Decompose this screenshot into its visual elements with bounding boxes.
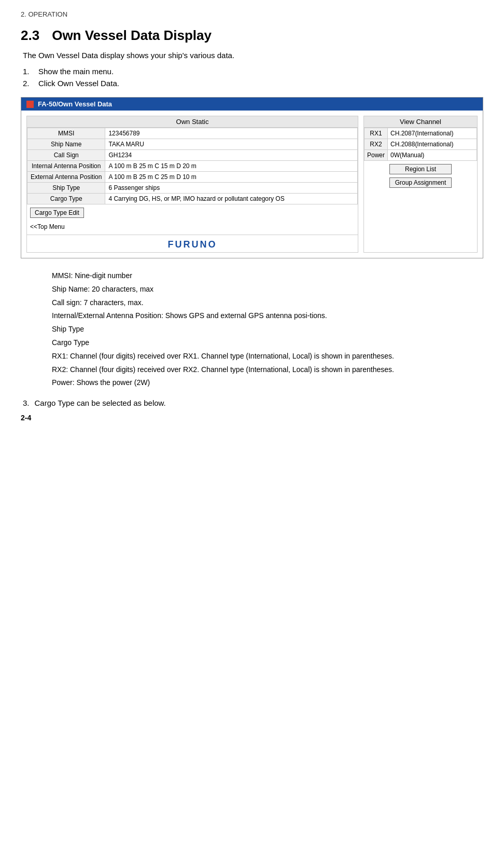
data-table: MMSI 123456789 Ship Name TAKA MARU Call … xyxy=(27,128,358,204)
furuno-logo: FURUNO xyxy=(27,235,358,252)
step-1-num: 1. xyxy=(23,67,33,76)
section-title: 2.3 Own Vessel Data Display xyxy=(21,28,483,44)
title-bar-icon xyxy=(26,101,34,108)
top-menu-container: <<Top Menu xyxy=(27,221,358,232)
section-intro: The Own Vessel Data display shows your s… xyxy=(23,51,483,60)
table-row: MMSI 123456789 xyxy=(27,128,358,139)
chapter-header: 2. OPERATION xyxy=(21,10,483,18)
page-number: 2-4 xyxy=(21,414,31,422)
group-assignment-button[interactable]: Group Assignment xyxy=(389,177,452,188)
ui-box: FA-50/Own Vessel Data Own Static MMSI 12… xyxy=(21,97,483,258)
table-row: Power 0W(Manual) xyxy=(365,150,477,161)
description-section: MMSI: Nine-digit number Ship Name: 20 ch… xyxy=(52,270,483,389)
label-ship-type: Ship Type xyxy=(27,183,105,194)
step-2-num: 2. xyxy=(23,79,33,88)
label-power: Power xyxy=(365,150,388,161)
table-row: Ship Type 6 Passenger ships xyxy=(27,183,358,194)
label-call-sign: Call Sign xyxy=(27,150,105,161)
label-rx1: RX1 xyxy=(365,128,388,139)
table-row: Ship Name TAKA MARU xyxy=(27,139,358,150)
right-panel-header: View Channel xyxy=(364,116,477,128)
desc-cargo-type: Cargo Type xyxy=(52,337,483,349)
section-number: 2.3 xyxy=(21,28,39,44)
step-2-text: Click Own Vessel Data. xyxy=(38,79,119,88)
table-row: RX1 CH.2087(International) xyxy=(365,128,477,139)
step-3-text: Cargo Type can be selected as below. xyxy=(35,399,166,407)
desc-call-sign: Call sign: 7 characters, max. xyxy=(52,297,483,309)
right-panel: View Channel RX1 CH.2087(International) … xyxy=(363,116,478,253)
ui-box-title: FA-50/Own Vessel Data xyxy=(38,100,112,108)
top-menu-link[interactable]: <<Top Menu xyxy=(27,221,68,232)
step-1: 1. Show the main menu. xyxy=(23,67,483,76)
bottom-steps: 3. Cargo Type can be selected as below. xyxy=(23,399,483,407)
table-row: RX2 CH.2088(International) xyxy=(365,139,477,150)
ui-box-content: Own Static MMSI 123456789 Ship Name TAKA… xyxy=(21,111,483,258)
desc-rx2: RX2: Channel (four digits) received over… xyxy=(52,364,483,376)
value-rx2: CH.2088(International) xyxy=(388,139,477,150)
step-3: 3. Cargo Type can be selected as below. xyxy=(23,399,483,407)
value-internal-antenna: A 100 m B 25 m C 15 m D 20 m xyxy=(105,161,358,172)
table-row: Cargo Type 4 Carrying DG, HS, or MP, IMO… xyxy=(27,194,358,204)
channel-table: RX1 CH.2087(International) RX2 CH.2088(I… xyxy=(364,128,477,161)
desc-ship-name: Ship Name: 20 characters, max xyxy=(52,283,483,296)
step-1-text: Show the main menu. xyxy=(38,67,114,76)
desc-antenna: Internal/External Antenna Position: Show… xyxy=(52,310,483,322)
value-mmsi: 123456789 xyxy=(105,128,358,139)
section-text: Own Vessel Data Display xyxy=(52,28,212,44)
table-row: External Antenna Position A 100 m B 25 m… xyxy=(27,172,358,183)
step-2: 2. Click Own Vessel Data. xyxy=(23,79,483,88)
value-power: 0W(Manual) xyxy=(388,150,477,161)
region-list-button[interactable]: Region List xyxy=(389,164,452,174)
label-cargo-type: Cargo Type xyxy=(27,194,105,204)
value-ship-name: TAKA MARU xyxy=(105,139,358,150)
value-cargo-type: 4 Carrying DG, HS, or MP, IMO hazard or … xyxy=(105,194,358,204)
left-panel: Own Static MMSI 123456789 Ship Name TAKA… xyxy=(26,116,358,253)
value-external-antenna: A 100 m B 25 m C 25 m D 10 m xyxy=(105,172,358,183)
step-3-num: 3. xyxy=(23,399,30,407)
table-row: Internal Antenna Position A 100 m B 25 m… xyxy=(27,161,358,172)
left-panel-header: Own Static xyxy=(27,116,358,128)
label-external-antenna: External Antenna Position xyxy=(27,172,105,183)
ui-box-title-bar: FA-50/Own Vessel Data xyxy=(21,98,483,111)
desc-ship-type: Ship Type xyxy=(52,323,483,336)
desc-rx1: RX1: Channel (four digits) received over… xyxy=(52,350,483,363)
steps-list: 1. Show the main menu. 2. Click Own Vess… xyxy=(23,67,483,88)
label-mmsi: MMSI xyxy=(27,128,105,139)
label-rx2: RX2 xyxy=(365,139,388,150)
cargo-type-edit-button[interactable]: Cargo Type Edit xyxy=(30,208,84,218)
desc-power: Power: Shows the power (2W) xyxy=(52,377,483,389)
table-row: Call Sign GH1234 xyxy=(27,150,358,161)
value-call-sign: GH1234 xyxy=(105,150,358,161)
desc-mmsi: MMSI: Nine-digit number xyxy=(52,270,483,282)
label-ship-name: Ship Name xyxy=(27,139,105,150)
value-ship-type: 6 Passenger ships xyxy=(105,183,358,194)
cargo-type-btn-container: Cargo Type Edit xyxy=(27,204,358,221)
label-internal-antenna: Internal Antenna Position xyxy=(27,161,105,172)
value-rx1: CH.2087(International) xyxy=(388,128,477,139)
